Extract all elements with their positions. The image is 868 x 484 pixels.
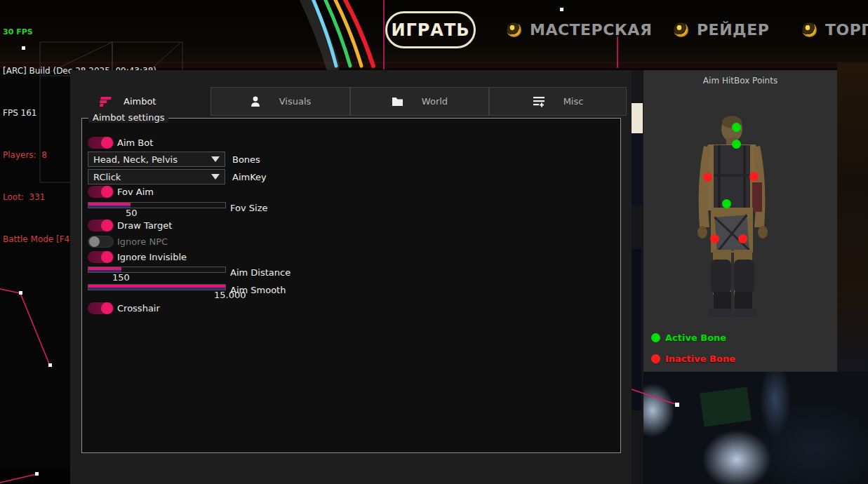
- scene-gap-navy-block2: [632, 249, 641, 410]
- aim-smooth-label: Aim Smooth: [230, 285, 286, 295]
- folder-icon: [392, 96, 403, 107]
- tab-label: Misc: [563, 96, 584, 107]
- chevron-down-icon: [211, 174, 220, 180]
- toggle-knob: [89, 236, 100, 247]
- nav-item-label: ТОРГО: [825, 21, 868, 39]
- ignore-invisible-label: Ignore Invisible: [117, 252, 187, 262]
- ignore-invisible-toggle[interactable]: [88, 251, 114, 263]
- toggle-knob: [101, 220, 113, 231]
- person-icon: [250, 96, 261, 107]
- tab-label: World: [422, 96, 448, 107]
- aim-distance-value: 150: [112, 272, 130, 283]
- legend-inactive-bone: Inactive Bone: [651, 354, 735, 364]
- aim-smooth-slider[interactable]: [88, 284, 226, 290]
- nav-item-workshop[interactable]: МАСТЕРСКАЯ: [507, 21, 652, 39]
- coin-icon: [802, 22, 817, 37]
- bone-point-right-leg[interactable]: [738, 234, 747, 243]
- draw-target-toggle[interactable]: [88, 220, 114, 231]
- legend-active-bone: Active Bone: [651, 332, 726, 343]
- scene-exit-sign: [700, 387, 752, 427]
- aim-distance-slider[interactable]: [88, 267, 226, 273]
- bone-point-neck[interactable]: [732, 140, 741, 149]
- tab-visuals[interactable]: Visuals: [211, 87, 350, 116]
- ignore-npc-label: Ignore NPC: [117, 236, 168, 247]
- scene-gap-cream-block: [632, 103, 643, 133]
- ignore-npc-toggle[interactable]: [88, 236, 114, 248]
- chevron-down-icon: [211, 156, 220, 162]
- tab-misc[interactable]: Misc: [489, 87, 627, 116]
- bones-label: Bones: [232, 154, 260, 165]
- scene-gap-navy-block: [632, 133, 643, 206]
- slider-fill: [88, 203, 131, 208]
- toggle-knob: [101, 137, 113, 149]
- coin-icon: [674, 22, 688, 37]
- aimkey-dropdown-value: RClick: [93, 172, 211, 182]
- aimkey-dropdown[interactable]: RClick: [88, 169, 225, 184]
- scene-bottom-right: [632, 372, 868, 484]
- hud-fps-counter: 30 FPS: [3, 28, 156, 36]
- bones-dropdown[interactable]: Head, Neck, Pelvis: [88, 152, 225, 167]
- toggle-knob: [101, 251, 113, 263]
- tab-label: Aimbot: [123, 96, 156, 107]
- fov-aim-label: Fov Aim: [117, 187, 154, 197]
- scene-bottom-left: [0, 469, 70, 484]
- bone-point-head[interactable]: [732, 123, 741, 132]
- group-title: Aimbot settings: [88, 112, 168, 123]
- bones-dropdown-value: Head, Neck, Pelvis: [93, 154, 211, 165]
- toggle-knob: [101, 302, 113, 314]
- draw-target-label: Draw Target: [117, 220, 172, 231]
- bone-point-right-arm[interactable]: [749, 172, 759, 181]
- screen: 30 FPS [ARC] Build (Dec 28 2025, 09:43:3…: [0, 0, 868, 484]
- fov-aim-toggle[interactable]: [88, 186, 114, 198]
- crosshair-toggle[interactable]: [88, 302, 114, 314]
- slider-fill: [88, 285, 225, 290]
- nav-item-traders[interactable]: ТОРГО: [802, 21, 868, 39]
- nav-item-raider[interactable]: РЕЙДЕР: [674, 21, 769, 39]
- player-model-preview: [643, 70, 837, 372]
- tab-aimbot[interactable]: Aimbot: [98, 87, 211, 116]
- aim-distance-label: Aim Distance: [230, 267, 291, 278]
- nav-item-label: РЕЙДЕР: [697, 21, 769, 39]
- aim-bot-label: Aim Bot: [117, 137, 153, 148]
- toggle-knob: [101, 186, 113, 198]
- tab-label: Visuals: [279, 96, 312, 107]
- crosshair-label: Crosshair: [117, 303, 160, 314]
- hitbox-preview-panel: Aim HitBox Points: [643, 70, 837, 372]
- aim-bot-toggle[interactable]: [88, 137, 114, 149]
- cheat-menu-panel: Aimbot Visuals World: [70, 70, 632, 484]
- bone-point-pelvis[interactable]: [722, 199, 731, 208]
- legend-label: Active Bone: [665, 332, 726, 343]
- nav-item-label: МАСТЕРСКАЯ: [530, 21, 652, 39]
- tab-world[interactable]: World: [350, 87, 489, 116]
- play-button[interactable]: ИГРАТЬ: [385, 11, 476, 48]
- bone-point-left-arm[interactable]: [703, 173, 712, 182]
- fov-size-value: 50: [126, 208, 138, 218]
- legend-label: Inactive Bone: [665, 354, 735, 364]
- active-bone-dot-icon: [651, 333, 660, 342]
- inactive-bone-dot-icon: [651, 354, 660, 363]
- fov-size-slider[interactable]: [88, 202, 226, 208]
- coin-icon: [507, 22, 521, 37]
- sliders-add-icon: [533, 96, 545, 107]
- bone-point-left-leg[interactable]: [710, 234, 719, 243]
- pistol-icon: [98, 96, 112, 107]
- slider-fill: [88, 267, 121, 272]
- aimbot-settings-group: Aimbot settings Aim Bot Head, Neck, Pelv…: [81, 118, 621, 453]
- aimkey-label: AimKey: [232, 172, 267, 182]
- fov-size-label: Fov Size: [230, 203, 267, 213]
